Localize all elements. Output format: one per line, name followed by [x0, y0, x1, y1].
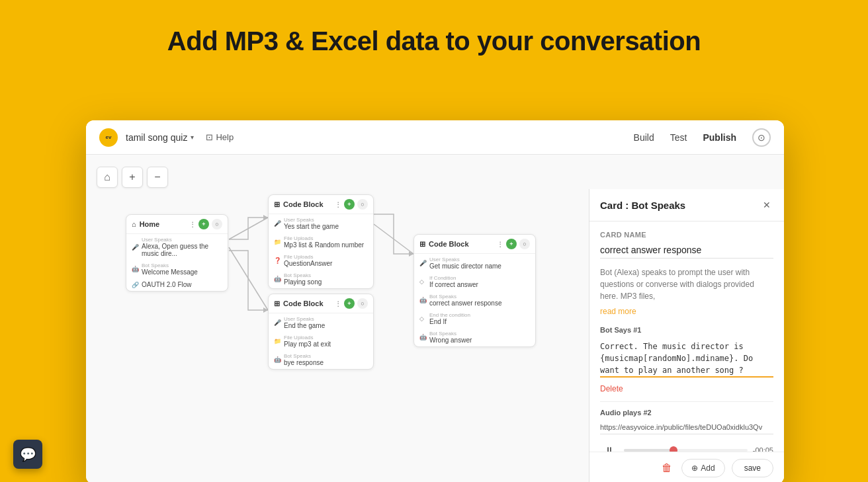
link-icon: 🔗: [132, 282, 138, 288]
plus-icon: ⊕: [691, 463, 698, 473]
bot-icon: 🤖: [419, 297, 426, 303]
chat-icon: 💬: [20, 446, 36, 462]
chat-bubble[interactable]: 💬: [13, 440, 42, 469]
mic-icon: 🎤: [419, 260, 426, 266]
nav-right: Build Test Publish ⊙: [634, 128, 771, 147]
pause-button[interactable]: ⏸: [600, 441, 619, 452]
card-name-input[interactable]: [600, 242, 773, 259]
end-condition-icon: ◇: [419, 315, 426, 322]
code-block-icon: ⊞: [274, 200, 280, 209]
progress-bar[interactable]: [624, 449, 748, 452]
settings-dot[interactable]: ○: [519, 239, 530, 249]
block-item: ◇ If Condition If correct answer: [414, 272, 535, 291]
logo: ev: [99, 128, 118, 147]
audio-url-input[interactable]: [600, 421, 773, 434]
test-link[interactable]: Test: [670, 132, 687, 143]
condition-icon: ◇: [419, 278, 426, 285]
block-item: 📁 File Uploads Mp3 list & Random number: [269, 233, 373, 251]
canvas-toolbar: ⌂ + −: [97, 167, 168, 188]
panel-title: Card : Bot Speaks: [600, 200, 685, 211]
trash-button[interactable]: 🗑: [659, 460, 675, 477]
project-name[interactable]: tamil song quiz ▾: [126, 132, 194, 143]
add-dot[interactable]: +: [344, 298, 355, 309]
minus-icon: −: [154, 171, 160, 183]
user-icon: ⊙: [758, 132, 765, 143]
code-block-icon2: ⊞: [274, 300, 280, 308]
bot-icon: 🤖: [419, 334, 426, 341]
block-code2-title: Code Block: [283, 300, 324, 307]
progress-thumb[interactable]: [670, 446, 677, 452]
add-button[interactable]: ⊕ Add: [681, 459, 724, 477]
block-item: 🔗 OAUTH 2.0 Flow: [126, 278, 228, 291]
block-item: 📁 File Uploads Play mp3 at exit: [269, 332, 373, 350]
block-code1[interactable]: ⊞ Code Block ⋮ + ○ 🎤 User Speaks Yes sta…: [268, 194, 374, 289]
mic-icon: 🎤: [132, 244, 138, 251]
block-code1-actions: ⋮ + ○: [335, 199, 368, 210]
file-icon: 📁: [274, 239, 281, 245]
add-dot[interactable]: +: [344, 199, 355, 210]
build-link[interactable]: Build: [634, 132, 654, 143]
mic-icon: 🎤: [274, 220, 281, 227]
read-more-link[interactable]: read more: [600, 307, 636, 316]
bot-says-label: Bot Says #1: [600, 326, 773, 334]
block-item: 🤖 Bot Speaks Wrong answer: [414, 328, 535, 346]
zoom-in-button[interactable]: +: [122, 167, 143, 188]
panel-close-button[interactable]: ✕: [760, 198, 773, 212]
publish-link[interactable]: Publish: [703, 132, 736, 143]
plus-icon: +: [129, 171, 135, 183]
hero-title: Add MP3 & Excel data to your conversatio…: [0, 0, 868, 56]
svg-line-2: [374, 224, 413, 254]
block-item: 🤖 Bot Speaks Welcome Message: [126, 260, 228, 278]
more-icon[interactable]: ⋮: [335, 300, 341, 307]
more-icon[interactable]: ⋮: [497, 241, 503, 248]
block-item: 🎤 User Speaks Alexa, Open guess the musi…: [126, 234, 228, 260]
audio-player: ⏸ -00:05: [600, 441, 773, 452]
block-item: 🎤 User Speaks Get music director name: [414, 254, 535, 272]
help-button[interactable]: ⊡ Help: [206, 132, 234, 142]
top-nav: ev tamil song quiz ▾ ⊡ Help Build Test P…: [86, 120, 784, 155]
chevron-down-icon: ▾: [191, 134, 194, 141]
block-item: 🤖 Bot Speaks Playing song: [269, 270, 373, 288]
question-icon: ❓: [274, 257, 281, 264]
settings-dot[interactable]: ○: [357, 298, 368, 309]
block-item: 🤖 Bot Speaks bye response: [269, 350, 373, 369]
svg-line-0: [229, 218, 268, 239]
delete-link[interactable]: Delete: [600, 384, 773, 393]
flow-container: ⌂ Home ⋮ + ○ 🎤 User Speaks Alexa, Open g…: [126, 194, 579, 471]
divider: [600, 401, 773, 402]
block-home[interactable]: ⌂ Home ⋮ + ○ 🎤 User Speaks Alexa, Open g…: [126, 214, 228, 292]
bot-icon: 🤖: [132, 266, 138, 272]
file-icon: 📁: [274, 338, 281, 344]
home-button[interactable]: ⌂: [97, 167, 118, 188]
block-item: ❓ File Uploads QuestionAnswer: [269, 251, 373, 270]
save-button[interactable]: save: [732, 459, 773, 477]
home-icon: ⌂: [104, 171, 110, 183]
block-code3[interactable]: ⊞ Code Block ⋮ + ○ 🎤 User Speaks Get mus…: [413, 234, 536, 347]
help-icon: ⊡: [206, 132, 213, 142]
svg-marker-5: [409, 251, 413, 257]
block-code1-title: Code Block: [283, 200, 324, 208]
svg-marker-4: [263, 307, 268, 313]
more-icon[interactable]: ⋮: [189, 221, 196, 228]
block-code2[interactable]: ⊞ Code Block ⋮ + ○ 🎤 User Speaks End the…: [268, 294, 374, 370]
user-avatar[interactable]: ⊙: [752, 128, 771, 147]
more-icon[interactable]: ⋮: [335, 201, 341, 208]
settings-dot[interactable]: ○: [357, 199, 368, 210]
svg-marker-3: [263, 215, 268, 220]
zoom-out-button[interactable]: −: [147, 167, 168, 188]
bot-icon: 🤖: [274, 276, 281, 282]
audio-label: Audio plays #2: [600, 409, 773, 417]
mic-icon: 🎤: [274, 319, 281, 326]
bot-says-textarea[interactable]: [600, 338, 773, 378]
block-item: 🎤 User Speaks Yes start the game: [269, 214, 373, 233]
add-dot[interactable]: +: [506, 239, 517, 249]
block-code3-title: Code Block: [429, 240, 469, 248]
bot-icon: 🤖: [274, 356, 281, 363]
app-window: ev tamil song quiz ▾ ⊡ Help Build Test P…: [86, 120, 784, 482]
right-panel: Card : Bot Speaks ✕ Card Name Bot (Alexa…: [589, 189, 784, 482]
add-dot[interactable]: +: [198, 219, 209, 229]
block-code3-actions: ⋮ + ○: [497, 239, 530, 249]
settings-dot[interactable]: ○: [212, 219, 222, 229]
canvas-area: ⌂ + −: [86, 155, 784, 482]
card-name-label: Card Name: [600, 231, 773, 239]
